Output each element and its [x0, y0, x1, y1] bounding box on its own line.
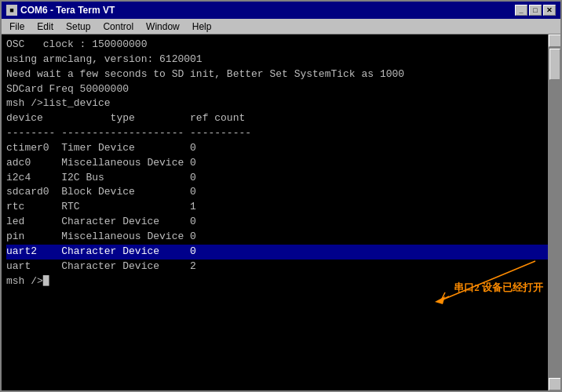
terminal-line: pin Miscellaneous Device 0: [6, 230, 556, 245]
terminal-line: uart Character Device 2: [6, 260, 556, 274]
title-buttons: _ □ ✕: [515, 5, 556, 16]
terminal-line: -------- -------------------- ----------: [6, 126, 556, 141]
window: ■ COM6 - Tera Term VT _ □ ✕ File Edit Se…: [0, 0, 562, 392]
menu-window[interactable]: Window: [140, 20, 186, 34]
terminal-area[interactable]: OSC clock : 150000000using armclang, ver…: [2, 34, 560, 390]
terminal-line: using armclang, version: 6120001: [6, 53, 556, 67]
svg-marker-0: [435, 296, 445, 304]
terminal-line: ctimer0 Timer Device 0: [6, 141, 556, 156]
menu-setup[interactable]: Setup: [60, 20, 97, 34]
menu-help[interactable]: Help: [186, 20, 218, 34]
terminal-line: rtc RTC 1: [6, 200, 556, 215]
terminal-line: uart2 Character Device 0: [6, 245, 556, 260]
scroll-down-button[interactable]: ▼: [549, 378, 560, 390]
scroll-track[interactable]: [549, 47, 560, 378]
menu-edit[interactable]: Edit: [31, 20, 60, 34]
window-title: COM6 - Tera Term VT: [20, 5, 115, 16]
menu-file[interactable]: File: [3, 20, 31, 34]
terminal-line: device type ref count: [6, 111, 556, 126]
scrollbar[interactable]: ▲ ▼: [548, 34, 560, 390]
terminal-line: sdcard0 Block Device 0: [6, 185, 556, 200]
terminal-line: msh />█: [6, 274, 556, 289]
menu-bar: File Edit Setup Control Window Help: [2, 19, 560, 34]
scroll-thumb[interactable]: [549, 49, 560, 80]
terminal-line: i2c4 I2C Bus 0: [6, 171, 556, 186]
terminal-line: led Character Device 0: [6, 215, 556, 230]
app-icon: ■: [6, 5, 17, 16]
minimize-button[interactable]: _: [515, 5, 527, 16]
close-button[interactable]: ✕: [543, 5, 556, 16]
terminal-line: adc0 Miscellaneous Device 0: [6, 156, 556, 171]
title-bar: ■ COM6 - Tera Term VT _ □ ✕: [2, 2, 560, 19]
terminal-line: SDCard Freq 50000000: [6, 82, 556, 97]
maximize-button[interactable]: □: [529, 5, 542, 16]
scroll-up-button[interactable]: ▲: [549, 34, 560, 47]
menu-control[interactable]: Control: [97, 20, 140, 34]
terminal-line: OSC clock : 150000000: [6, 38, 556, 53]
terminal-content: OSC clock : 150000000using armclang, ver…: [6, 38, 556, 289]
terminal-line: Need wait a few seconds to SD init, Bett…: [6, 67, 556, 82]
terminal-line: msh />list_device: [6, 96, 556, 111]
title-bar-left: ■ COM6 - Tera Term VT: [6, 5, 115, 16]
